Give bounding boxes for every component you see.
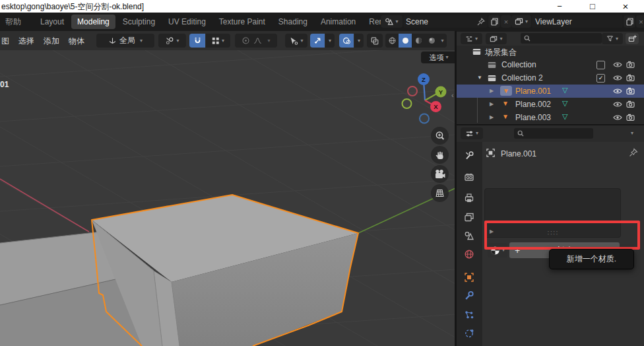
properties-editor-type-dropdown[interactable]: ▾ [461,127,483,139]
pin-icon[interactable] [629,148,638,157]
expand-triangle-icon[interactable]: ▶ [490,115,494,120]
expand-triangle-icon[interactable]: ▶ [490,88,494,94]
outliner-row-collection-2[interactable]: ▼ Collection 2 ✓ [457,71,644,85]
new-collection-button[interactable] [626,33,639,44]
resize-grip[interactable]: ········ [543,230,563,236]
navigation-gizmo[interactable]: Z Y X [402,73,447,123]
outliner-row-collection[interactable]: Collection [457,58,644,71]
outliner-editor-type-dropdown[interactable]: ▾ [461,33,482,44]
eye-icon[interactable] [613,61,622,68]
camera-restrict-icon[interactable] [626,74,635,81]
outliner-row-plane-003[interactable]: ▶ ▼ Plane.003 ▽ [457,111,644,124]
outliner-row-plane-001[interactable]: ▶ ▼ Plane.001 ▽ [457,85,644,98]
tab-render[interactable] [464,172,474,182]
overlays-dropdown[interactable]: ▾ [354,34,364,48]
properties-search-input[interactable] [514,128,593,139]
show-gizmo-dropdown[interactable]: ▾ [285,34,307,48]
camera-restrict-icon[interactable] [626,87,635,94]
mesh-data-icon[interactable]: ▽ [562,112,567,121]
viewlayer-type-dropdown[interactable]: ▾ [511,15,531,28]
new-viewlayer-button[interactable] [624,15,635,28]
camera-view-button[interactable] [431,165,449,183]
scene-type-dropdown[interactable]: ▾ [381,15,402,28]
proportional-editing-group[interactable]: ▾ [235,34,277,48]
workspace-tab-modeling[interactable]: Modeling [71,15,115,29]
menu-view[interactable]: 图 [1,36,9,47]
tab-physics[interactable] [464,328,474,339]
gizmo-minus-y-axis[interactable] [402,99,412,108]
mesh-data-icon[interactable]: ▽ [562,99,567,108]
gizmo-minus-z-axis[interactable] [420,114,429,123]
tab-view-layer[interactable] [464,212,474,223]
outliner-row-scene-collection[interactable]: 场景集合 [457,45,644,58]
pan-button[interactable] [431,146,449,164]
minimize-button[interactable]: − [550,0,569,13]
zoom-button[interactable] [431,127,449,145]
mesh-data-icon[interactable]: ▽ [562,86,567,94]
tab-modifiers[interactable] [464,291,474,301]
workspace-tab-shading[interactable]: Shading [273,15,313,29]
eye-icon[interactable] [613,114,622,121]
tab-object[interactable] [464,272,474,283]
tab-tool[interactable] [464,151,474,161]
gizmo-minus-x-axis[interactable] [408,86,417,96]
maximize-button[interactable]: □ [583,0,602,13]
shading-wireframe-button[interactable] [385,34,399,48]
camera-restrict-icon[interactable] [626,114,635,121]
pin-icon[interactable] [477,18,485,26]
collapse-triangle-icon[interactable]: ▼ [477,75,482,81]
shading-solid-button[interactable] [399,34,412,48]
overlays-toggle-button[interactable] [339,34,354,48]
shading-material-button[interactable] [412,34,425,48]
outliner-filter-dropdown[interactable]: ▾ [602,33,623,44]
menu-select[interactable]: 选择 [18,36,34,47]
snap-toggle-button[interactable] [189,34,205,48]
shading-rendered-button[interactable] [425,34,438,48]
gizmo-dropdown[interactable]: ▾ [325,34,335,48]
eye-icon[interactable] [613,88,622,94]
browse-material-dropdown[interactable]: ▾ [488,243,507,258]
tab-world[interactable] [464,249,474,260]
expand-triangle-icon[interactable]: ▶ [490,102,494,107]
xray-toggle-button[interactable] [367,34,383,48]
eye-icon[interactable] [613,75,622,81]
camera-restrict-icon[interactable] [626,100,635,108]
orthographic-toggle-button[interactable] [431,184,449,202]
pivot-point-dropdown[interactable]: ▾ [158,34,186,48]
eye-icon[interactable] [613,101,622,108]
close-button[interactable]: × [616,0,635,13]
outliner-row-plane-002[interactable]: ▶ ▼ Plane.002 ▽ [457,98,644,111]
workspace-tab-texture-paint[interactable]: Texture Paint [213,15,271,29]
snap-target-dropdown[interactable]: ▾ [206,34,230,48]
workspace-tab-layout[interactable]: Layout [34,15,70,29]
workspace-tab-animation[interactable]: Animation [315,15,362,29]
exclude-checkbox[interactable] [596,61,605,69]
outliner-search-input[interactable] [521,33,602,44]
workspace-tab-sculpting[interactable]: Sculpting [117,15,161,29]
shading-dropdown[interactable]: ▾ [438,34,447,48]
sidebar-collapse-arrow[interactable]: ‹ [451,91,454,99]
material-slot-list[interactable]: ▶ ········ [484,188,621,238]
exclude-checkbox[interactable]: ✓ [596,74,605,83]
scene-name-field[interactable]: Scene [403,15,488,28]
tab-output[interactable] [464,193,474,203]
outliner-display-mode-dropdown[interactable]: ▾ [486,33,507,44]
remove-viewlayer-button[interactable]: × [636,15,644,28]
menu-help[interactable]: 帮助 [5,17,21,28]
tab-particles[interactable] [464,310,474,320]
viewport-canvas[interactable]: Z Y X [0,50,455,346]
workspace-tab-uv-editing[interactable]: UV Editing [162,15,212,29]
properties-options-dropdown[interactable]: ▾ [631,131,633,136]
expand-triangle-icon[interactable]: ▶ [490,228,494,234]
menu-object[interactable]: 物体 [69,36,84,47]
breadcrumb[interactable]: Plane.001 [501,149,536,158]
transform-orientation-dropdown[interactable]: 全局 ▾ [96,34,154,48]
viewport-options-dropdown[interactable]: 选项 ▾ [421,52,457,63]
unlink-scene-button[interactable]: × [501,15,511,28]
viewlayer-name-field[interactable]: ViewLayer [532,15,623,28]
camera-restrict-icon[interactable] [626,61,635,68]
gizmo-toggle-button[interactable] [310,34,325,48]
viewport-3d[interactable]: Z Y X 01 选项 ▾ ‹ [0,50,455,346]
new-scene-button[interactable] [488,15,500,28]
menu-add[interactable]: 添加 [44,36,59,47]
